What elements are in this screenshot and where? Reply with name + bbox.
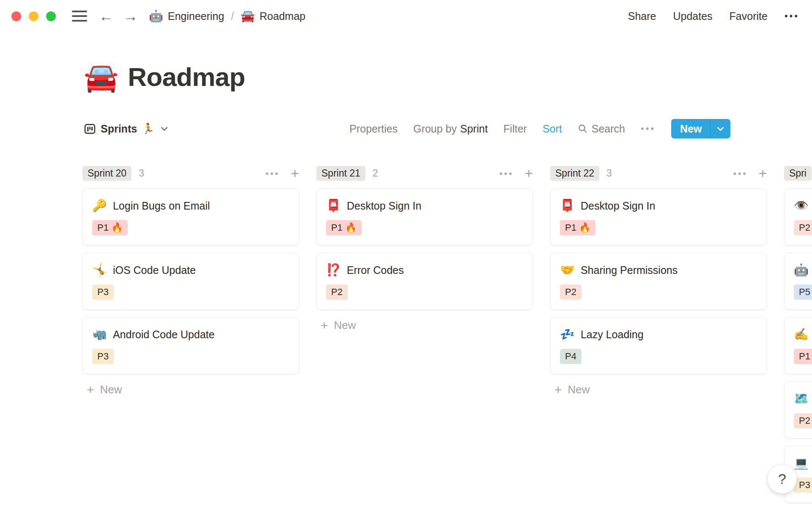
breadcrumb-label: Engineering: [168, 10, 224, 22]
traffic-lights: [11, 11, 56, 21]
zzz-icon: 💤: [560, 329, 575, 340]
board-card[interactable]: 🔑 Login Bugs on Email P1 🔥: [82, 188, 299, 246]
priority-tag: P1 🔥: [326, 220, 362, 235]
handshake-icon: 🤝: [560, 264, 575, 276]
forward-arrow-icon[interactable]: →: [123, 9, 138, 23]
board-card[interactable]: 🤸 iOS Code Update P3: [82, 253, 299, 310]
column-new-button[interactable]: + New: [82, 383, 299, 396]
view-toolbar: Sprints 🏃 Properties Group bySprint Filt…: [84, 119, 730, 138]
world-map-icon: 🗺️: [794, 393, 809, 405]
view-switcher-sprints[interactable]: Sprints 🏃: [84, 123, 168, 135]
more-options-icon[interactable]: •••: [785, 11, 799, 21]
column-count: 3: [139, 168, 144, 179]
card-tag-row: P4: [560, 349, 757, 364]
updates-button[interactable]: Updates: [673, 10, 712, 22]
column-header: Sprint 22 3 ••• +: [550, 166, 767, 180]
card-tag-row: P1 🔥: [794, 349, 812, 364]
card-tag-row: P2: [560, 284, 757, 300]
card-title: Sharing Permissions: [581, 262, 678, 278]
group-by-button[interactable]: Group bySprint: [413, 123, 488, 135]
column-add-icon[interactable]: +: [291, 166, 299, 180]
breadcrumb-item-roadmap[interactable]: 🚘 Roadmap: [241, 10, 305, 22]
board-view-icon: [84, 123, 96, 135]
board-card[interactable]: 📮 Desktop Sign In P1 🔥: [316, 188, 533, 246]
plus-icon: +: [321, 319, 328, 332]
board-card[interactable]: 💤 Lazy Loading P4: [550, 317, 767, 374]
group-by-value: Sprint: [460, 123, 488, 135]
column-new-button[interactable]: + New: [316, 319, 533, 332]
sort-button[interactable]: Sort: [543, 123, 562, 135]
car-icon[interactable]: 🚘: [84, 63, 118, 91]
breadcrumb: 🤖 Engineering / 🚘 Roadmap: [149, 10, 305, 22]
card-tag-row: P2: [794, 220, 812, 235]
board-card[interactable]: 🤖 I P5: [784, 253, 812, 310]
board-card[interactable]: 👁️ M P2: [784, 188, 812, 246]
column-cards: 📮 Desktop Sign In P1 🔥 🤝 Sharing Permiss…: [550, 188, 767, 381]
column-new-button[interactable]: + New: [550, 383, 767, 396]
column-add-icon[interactable]: +: [525, 166, 533, 180]
priority-tag: P5: [794, 284, 812, 300]
close-window-button[interactable]: [11, 11, 21, 21]
plus-icon: +: [87, 384, 94, 396]
kanban-board: Sprint 20 3 ••• + 🔑 Login Bugs on Email …: [82, 166, 812, 508]
search-icon: [578, 124, 588, 134]
new-dropdown-button[interactable]: [710, 119, 730, 138]
help-button[interactable]: ?: [768, 464, 797, 494]
board-card[interactable]: ✍️ R P1 🔥: [784, 317, 812, 374]
card-tag-row: P1 🔥: [560, 220, 757, 235]
card-title: Desktop Sign In: [347, 198, 422, 213]
column-more-icon[interactable]: •••: [499, 169, 514, 178]
robot-icon: 🤖: [149, 11, 163, 22]
search-label: Search: [592, 123, 625, 135]
column-cards: 🔑 Login Bugs on Email P1 🔥 🤸 iOS Code Up…: [82, 188, 299, 381]
board-column: Spri ••• + 👁️ M P2 🤖 I P5 ✍️ R: [784, 166, 812, 508]
column-more-icon[interactable]: •••: [266, 169, 280, 178]
priority-tag: P3: [92, 284, 114, 300]
back-arrow-icon[interactable]: ←: [99, 9, 113, 23]
column-name-pill[interactable]: Sprint 20: [82, 166, 132, 181]
card-title: Error Codes: [347, 262, 404, 278]
card-tag-row: P1 🔥: [92, 220, 289, 235]
breadcrumb-item-engineering[interactable]: 🤖 Engineering: [149, 10, 224, 22]
toolbar-more-icon[interactable]: •••: [641, 124, 656, 133]
board-card[interactable]: 🤝 Sharing Permissions P2: [550, 253, 767, 310]
card-tag-row: P5: [794, 284, 812, 300]
share-button[interactable]: Share: [628, 10, 656, 22]
board-card[interactable]: 📮 Desktop Sign In P1 🔥: [550, 188, 767, 246]
sidebar-menu-icon[interactable]: [72, 11, 87, 22]
board-column: Sprint 21 2 ••• + 📮 Desktop Sign In P1 🔥…: [316, 166, 533, 508]
zoom-window-button[interactable]: [46, 11, 56, 21]
card-tag-row: P2: [326, 284, 523, 300]
car-icon: 🚘: [241, 11, 255, 22]
column-header: Sprint 20 3 ••• +: [82, 166, 299, 180]
page-title: 🚘 Roadmap: [84, 62, 245, 92]
card-title: Desktop Sign In: [581, 198, 656, 213]
filter-button[interactable]: Filter: [503, 123, 527, 135]
breadcrumb-label: Roadmap: [260, 10, 305, 22]
board-card[interactable]: 🦏 Android Code Update P3: [82, 317, 299, 374]
robot-icon: 🤖: [794, 264, 809, 276]
rhino-icon: 🦏: [92, 329, 107, 340]
column-more-icon[interactable]: •••: [733, 169, 748, 178]
eye-icon: 👁️: [794, 200, 809, 212]
priority-tag: P2: [326, 284, 348, 300]
column-name-pill[interactable]: Sprint 22: [550, 166, 599, 181]
search-button[interactable]: Search: [578, 123, 625, 135]
column-name-pill[interactable]: Spri: [784, 166, 812, 181]
new-button[interactable]: New: [671, 119, 710, 138]
column-name-pill[interactable]: Sprint 21: [316, 166, 365, 181]
minimize-window-button[interactable]: [29, 11, 38, 21]
board-card[interactable]: 🗺️ R P2: [784, 381, 812, 439]
card-title: Lazy Loading: [581, 327, 644, 342]
priority-tag: P3: [92, 349, 114, 364]
board-card[interactable]: ⁉️ Error Codes P2: [316, 253, 533, 310]
card-tag-row: P2: [794, 413, 812, 428]
column-add-icon[interactable]: +: [759, 166, 767, 180]
chevron-down-icon: [717, 127, 724, 131]
favorite-button[interactable]: Favorite: [730, 10, 768, 22]
view-name: Sprints: [101, 123, 137, 135]
postbox-icon: 📮: [326, 200, 341, 212]
cartwheel-icon: 🤸: [92, 264, 107, 276]
page-title-text[interactable]: Roadmap: [128, 62, 245, 92]
properties-button[interactable]: Properties: [349, 123, 398, 135]
